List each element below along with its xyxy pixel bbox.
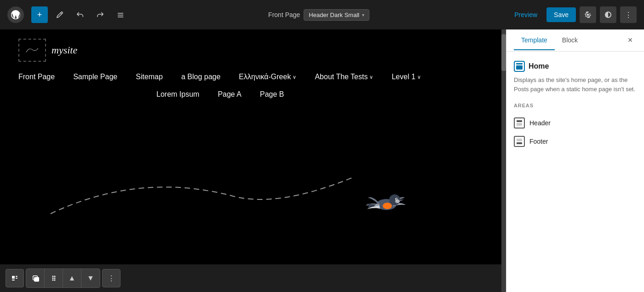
nav-item-greek[interactable]: Ελληνικά-Greek ∨ — [230, 71, 305, 83]
subnav-item-lorem[interactable]: Lorem Ipsum — [156, 88, 208, 100]
nav-item-sitemap[interactable]: Sitemap — [126, 71, 172, 83]
site-nav: Front Page Sample Page Sitemap a Blog pa… — [18, 71, 483, 83]
undo-button[interactable] — [72, 6, 88, 23]
main-layout: mysite Front Page Sample Page Sitemap a … — [0, 29, 644, 292]
block-list-button[interactable] — [6, 269, 24, 287]
header-area-icon — [514, 117, 525, 128]
footer-area-label: Footer — [529, 138, 548, 145]
bird-image — [363, 181, 409, 218]
panel-section-icon — [514, 61, 525, 72]
svg-point-14 — [52, 280, 53, 281]
more-icon: ⋮ — [625, 11, 632, 19]
panel-section-label: Home — [529, 62, 549, 70]
site-header: mysite Front Page Sample Page Sitemap a … — [0, 29, 501, 110]
canvas-decoration — [0, 172, 501, 246]
header-area-label: Header — [529, 119, 551, 127]
copy-block-button[interactable] — [26, 269, 45, 287]
preview-button[interactable]: Preview — [509, 8, 543, 21]
svg-rect-21 — [517, 142, 522, 144]
svg-rect-8 — [16, 276, 17, 277]
about-chevron-icon: ∨ — [369, 74, 373, 80]
svg-rect-17 — [516, 65, 523, 70]
site-logo-row: mysite — [18, 39, 483, 62]
site-logo-box — [18, 39, 46, 62]
greek-chevron-icon: ∨ — [293, 74, 296, 80]
areas-label: AREAS — [514, 103, 637, 108]
canvas-bottom-toolbar: ▲ ▼ ⋮ — [0, 264, 501, 292]
panel-section-title: Home — [514, 61, 637, 72]
level1-chevron-icon: ∨ — [417, 74, 421, 80]
save-button[interactable]: Save — [546, 7, 576, 22]
area-item-header[interactable]: Header — [514, 114, 637, 132]
panel-description: Displays as the site's home page, or as … — [514, 76, 637, 93]
add-block-button[interactable]: + — [31, 6, 48, 23]
block-actions-group: ▲ ▼ — [26, 269, 100, 288]
block-more-button[interactable]: ⋮ — [102, 269, 121, 287]
right-panel: Template Block × Home Displays as the si… — [506, 29, 644, 292]
breadcrumb-tag-label: Header Dark Small — [309, 12, 359, 18]
dashed-arc — [46, 168, 359, 223]
scrollbar-thumb[interactable] — [501, 34, 506, 71]
panel-tabs: Template Block × — [506, 29, 644, 52]
canvas-area: mysite Front Page Sample Page Sitemap a … — [0, 29, 506, 292]
area-item-footer[interactable]: Footer — [514, 132, 637, 151]
subnav-item-pagea[interactable]: Page A — [208, 88, 251, 100]
svg-point-15 — [54, 280, 55, 281]
site-name: mysite — [52, 44, 77, 56]
nav-item-blog[interactable]: a Blog page — [172, 71, 230, 83]
svg-rect-18 — [517, 120, 522, 122]
breadcrumb-chevron-icon: ▾ — [362, 12, 364, 18]
subnav: Lorem Ipsum Page A Page B — [18, 83, 483, 100]
canvas-content: mysite Front Page Sample Page Sitemap a … — [0, 29, 501, 264]
svg-point-10 — [52, 276, 53, 277]
edit-icon-button[interactable] — [52, 6, 68, 23]
svg-rect-9 — [16, 278, 17, 279]
more-options-button[interactable]: ⋮ — [620, 6, 637, 23]
drag-handle-button[interactable] — [45, 269, 63, 287]
subnav-item-pageb[interactable]: Page B — [251, 88, 293, 100]
move-down-button[interactable]: ▼ — [81, 269, 100, 287]
svg-rect-6 — [12, 276, 15, 279]
breadcrumb: Front Page Header Dark Small ▾ — [132, 9, 505, 21]
toolbar-right: Preview Save ⋮ — [509, 6, 637, 23]
list-view-button[interactable] — [112, 6, 129, 23]
redo-button[interactable] — [92, 6, 109, 23]
breadcrumb-home: Front Page — [268, 11, 300, 18]
panel-close-button[interactable]: × — [624, 34, 637, 47]
nav-item-sample-page[interactable]: Sample Page — [64, 71, 126, 83]
move-up-button[interactable]: ▲ — [63, 269, 81, 287]
canvas-scrollbar[interactable] — [501, 29, 506, 292]
settings-icon-button[interactable] — [580, 6, 596, 23]
svg-point-2 — [383, 203, 392, 209]
svg-point-13 — [54, 278, 55, 279]
svg-point-12 — [52, 278, 53, 279]
svg-rect-20 — [517, 139, 522, 141]
nav-item-level1[interactable]: Level 1 ∨ — [382, 71, 430, 83]
footer-area-icon — [514, 136, 525, 147]
svg-point-11 — [54, 276, 55, 277]
svg-rect-7 — [12, 280, 15, 280]
svg-rect-19 — [517, 123, 522, 126]
wp-logo[interactable] — [7, 6, 24, 23]
svg-rect-16 — [516, 63, 523, 64]
top-toolbar: + Front Page Header Dark Small ▾ Preview… — [0, 0, 644, 29]
nav-item-front-page[interactable]: Front Page — [18, 71, 64, 83]
tab-block[interactable]: Block — [555, 31, 585, 50]
theme-switcher-button[interactable] — [600, 6, 616, 23]
breadcrumb-tag[interactable]: Header Dark Small ▾ — [304, 9, 369, 21]
nav-item-about-tests[interactable]: About The Tests ∨ — [305, 71, 382, 83]
svg-point-5 — [395, 199, 400, 203]
tab-template[interactable]: Template — [514, 31, 555, 50]
panel-body: Home Displays as the site's home page, o… — [506, 52, 644, 292]
